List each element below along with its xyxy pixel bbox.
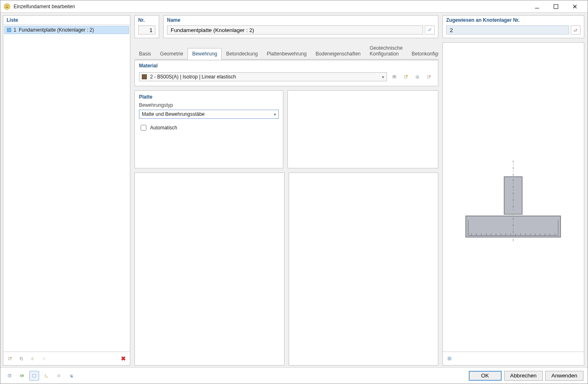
tab-bodeneigenschaften[interactable]: Bodeneigenschaften — [311, 48, 365, 59]
list-delete-button[interactable]: ✖ — [118, 354, 128, 363]
chevron-down-icon: ▾ — [382, 75, 384, 79]
svg-text:0,00: 0,00 — [21, 375, 24, 377]
bewehrungstyp-value: Matte und Bewehrungsstäbe — [142, 111, 205, 117]
tab-strip: Basis Geometrie Bewehrung Betondeckung P… — [134, 42, 438, 60]
cancel-button[interactable]: Abbrechen — [504, 371, 543, 381]
svg-point-8 — [406, 75, 408, 77]
right-empty-panel-1 — [287, 90, 438, 168]
name-panel: Name — [163, 15, 438, 38]
list-heading: Liste — [3, 16, 130, 25]
left-empty-panel-2 — [134, 172, 285, 366]
nr-label: Nr. — [135, 16, 159, 23]
view-icon — [32, 373, 36, 379]
platte-heading: Platte — [139, 94, 279, 100]
svg-point-0 — [4, 4, 10, 9]
tab-betonkonfiguration[interactable]: Betonkonfiguration — [407, 48, 438, 59]
material-delete-button[interactable] — [424, 72, 434, 82]
footer-axis-button[interactable] — [42, 371, 51, 381]
assigned-pick-button[interactable] — [571, 25, 581, 34]
ok-button[interactable]: OK — [469, 371, 502, 381]
list-item[interactable]: 1 Fundamentplatte (Knotenlager : 2) — [4, 26, 129, 34]
footer-units-button[interactable]: 0,00 — [17, 371, 27, 381]
script-icon — [69, 373, 73, 379]
material-select[interactable]: 2 - B500S(A) | Isotrop | Linear elastisc… — [139, 72, 387, 81]
close-icon — [572, 3, 578, 10]
nr-input[interactable] — [138, 25, 155, 34]
svg-rect-12 — [504, 177, 522, 214]
list-check-all-button[interactable] — [28, 354, 38, 363]
maximize-icon — [553, 3, 559, 10]
apply-button[interactable]: Anwenden — [545, 371, 583, 381]
preview-panel — [442, 42, 584, 366]
material-swatch — [142, 74, 147, 79]
new-item-icon — [8, 355, 12, 362]
units-icon: 0,00 — [20, 373, 24, 379]
tab-betondeckung[interactable]: Betondeckung — [222, 48, 262, 59]
preview-area[interactable] — [443, 43, 584, 352]
delete2-icon — [427, 74, 431, 80]
preview-svg — [443, 43, 584, 352]
title-bar: Einzelfundament bearbeiten — [0, 0, 588, 13]
app-icon — [4, 3, 10, 10]
svg-rect-11 — [574, 30, 576, 32]
material-panel: Material 2 - B500S(A) | Isotrop | Linear… — [134, 60, 438, 86]
tab-basis[interactable]: Basis — [134, 48, 155, 59]
right-empty-panel-2 — [289, 172, 439, 366]
nr-panel: Nr. — [134, 15, 159, 38]
footer: 0,00 OK Abbrechen Anwenden — [0, 367, 588, 384]
material-library-button[interactable] — [389, 72, 399, 82]
footer-refresh-button[interactable] — [54, 371, 64, 381]
close-button[interactable] — [565, 1, 584, 12]
refresh-icon — [57, 373, 61, 379]
svg-rect-6 — [21, 358, 23, 360]
axis-icon — [44, 373, 49, 379]
library-icon — [392, 74, 396, 80]
material-new-button[interactable] — [401, 72, 411, 82]
delete-icon: ✖ — [121, 355, 126, 362]
name-edit-button[interactable] — [425, 25, 435, 34]
material-edit-button[interactable] — [412, 72, 422, 82]
list-item-label: Fundamentplatte (Knotenlager : 2) — [19, 27, 94, 33]
list-copy-button[interactable] — [16, 354, 26, 363]
help-icon — [7, 373, 12, 379]
minimize-icon — [534, 3, 540, 10]
list-body: 1 Fundamentplatte (Knotenlager : 2) — [3, 25, 130, 352]
tab-geotech-config[interactable]: Geotechnische Konfiguration — [365, 42, 407, 59]
chevron-down-icon: ▾ — [274, 112, 276, 117]
list-item-marker — [7, 28, 11, 32]
pick-icon — [574, 27, 578, 33]
edit-icon — [428, 27, 432, 33]
minimize-button[interactable] — [528, 1, 546, 12]
footer-help-button[interactable] — [5, 371, 14, 381]
automatisch-checkbox[interactable]: Automatisch — [139, 124, 279, 132]
maximize-button[interactable] — [546, 1, 565, 12]
material-value: 2 - B500S(A) | Isotrop | Linear elastisc… — [150, 74, 236, 80]
preview-settings-button[interactable] — [444, 354, 454, 363]
assigned-label: Zugewiesen an Knotenlager Nr. — [443, 16, 584, 23]
svg-rect-19 — [32, 374, 36, 377]
material-heading: Material — [135, 60, 438, 69]
list-uncheck-all-button[interactable] — [39, 354, 49, 363]
copy-icon — [19, 355, 23, 362]
automatisch-input[interactable] — [141, 125, 146, 131]
assigned-input[interactable] — [446, 25, 569, 34]
edit2-icon — [415, 74, 419, 80]
new-icon — [404, 74, 408, 80]
assigned-panel: Zugewiesen an Knotenlager Nr. — [442, 15, 584, 38]
footer-view-toggle-button[interactable] — [29, 371, 39, 381]
footer-script-button[interactable] — [66, 371, 76, 381]
bewehrungstyp-label: Bewehrungstyp — [139, 102, 279, 108]
svg-point-16 — [8, 374, 11, 377]
svg-rect-14 — [448, 357, 451, 360]
tab-plattenbewehrung[interactable]: Plattenbewehrung — [262, 48, 311, 59]
bewehrungstyp-select[interactable]: Matte und Bewehrungsstäbe ▾ — [139, 110, 279, 119]
settings-icon — [447, 355, 451, 362]
tab-geometrie[interactable]: Geometrie — [155, 48, 188, 59]
name-input[interactable] — [167, 25, 423, 34]
list-item-no: 1 — [14, 27, 16, 33]
list-new-button[interactable] — [5, 354, 15, 363]
tab-bewehrung[interactable]: Bewehrung — [188, 48, 222, 60]
list-panel: Liste 1 Fundamentplatte (Knotenlager : 2… — [3, 15, 130, 366]
window-title: Einzelfundament bearbeiten — [14, 4, 528, 9]
svg-rect-3 — [554, 5, 558, 9]
